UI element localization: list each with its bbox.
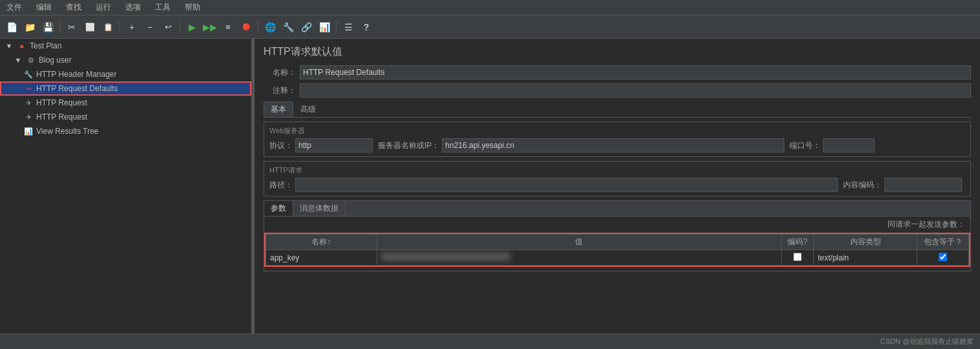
params-tab-params[interactable]: 参数	[264, 201, 293, 216]
sidebar: ▼ 🔺 Test Plan ▼ ⚙ Blog user 🔧 HTTP Heade…	[0, 39, 252, 349]
play-button[interactable]: ▶	[184, 19, 200, 35]
web-server-fields: 协议： 服务器名称或IP： 端口号：	[269, 138, 965, 153]
http-request-fields: 路径： 内容编码：	[269, 178, 965, 192]
main-layout: ▼ 🔺 Test Plan ▼ ⚙ Blog user 🔧 HTTP Heade…	[0, 39, 980, 349]
browse-button[interactable]: 🌐	[262, 19, 278, 35]
footer-text: CSDN @别追我我有止咳糖浆	[881, 337, 974, 346]
config-button[interactable]: 🔧	[280, 19, 296, 35]
paste-button[interactable]: 📋	[100, 19, 116, 35]
params-table-wrapper: 名称↑ 值 编码? 内容类型 包含等于？ app_key	[264, 233, 970, 267]
templates-button[interactable]: ☰	[340, 19, 356, 35]
server-group: 服务器名称或IP：	[378, 138, 784, 153]
help-button[interactable]: ?	[359, 19, 374, 35]
param-include-equals-cell[interactable]	[917, 250, 969, 266]
sidebar-item-blog-user[interactable]: ▼ ⚙ Blog user	[0, 53, 251, 67]
port-input[interactable]	[823, 138, 875, 153]
shutdown-button[interactable]: 🔴	[238, 19, 254, 35]
menubar: 文件 编辑 查找 运行 选项 工具 帮助	[0, 0, 980, 16]
encoded-checkbox[interactable]	[793, 253, 802, 261]
undo-button[interactable]: ↩	[160, 19, 176, 35]
http-request-defaults-icon: ✂	[23, 83, 34, 94]
content-panel: HTTP请求默认值 名称： 注释： 基本 高级 Web服务器 协议：	[255, 39, 980, 349]
sidebar-item-http-request-defaults[interactable]: ✂ HTTP Request Defaults	[0, 81, 251, 96]
param-content-type-cell[interactable]: text/plain	[814, 250, 917, 266]
menu-edit[interactable]: 编辑	[34, 1, 54, 14]
sidebar-item-label: Blog user	[39, 56, 72, 65]
http-request-title: HTTP请求	[269, 165, 965, 175]
param-encoded-cell[interactable]	[782, 250, 814, 266]
params-tab-body[interactable]: 消息体数据	[293, 201, 346, 216]
path-label: 路径：	[269, 180, 293, 191]
name-input[interactable]	[300, 65, 971, 79]
toolbar-sep-2	[120, 21, 120, 34]
comment-label: 注释：	[264, 85, 296, 96]
server-label: 服务器名称或IP：	[378, 140, 439, 151]
sidebar-item-test-plan[interactable]: ▼ 🔺 Test Plan	[0, 39, 251, 53]
http-request-section: HTTP请求 路径： 内容编码：	[264, 161, 971, 196]
path-input[interactable]	[295, 178, 838, 192]
page-title: HTTP请求默认值	[264, 45, 971, 59]
name-label: 名称：	[264, 67, 296, 78]
web-server-section: Web服务器 协议： 服务器名称或IP： 端口号：	[264, 122, 971, 157]
tab-basic[interactable]: 基本	[264, 101, 293, 117]
menu-find[interactable]: 查找	[63, 1, 84, 14]
menu-tools[interactable]: 工具	[152, 1, 173, 14]
http-request-2-icon: ✈	[23, 112, 34, 122]
main-tabs: 基本 高级	[264, 101, 971, 118]
tab-advanced[interactable]: 高级	[293, 101, 323, 117]
toolbar-sep-3	[180, 21, 180, 34]
toolbar-sep-4	[258, 21, 258, 34]
blog-user-icon: ⚙	[26, 55, 36, 65]
toolbar-sep-5	[336, 21, 337, 34]
table-row: app_key text/plain	[266, 250, 969, 266]
params-section: 参数 消息体数据 同请求一起发送参数： 名称↑ 值 编码? 内容类型 包含等于？	[264, 200, 971, 271]
col-value: 值	[377, 235, 781, 250]
sidebar-item-label: HTTP Request	[36, 98, 87, 107]
test-plan-icon: 🔺	[17, 41, 27, 51]
sidebar-item-http-header-manager[interactable]: 🔧 HTTP Header Manager	[0, 67, 251, 81]
comment-row: 注释：	[264, 83, 971, 98]
sidebar-item-label: HTTP Request	[36, 112, 87, 122]
col-name: 名称↑	[266, 235, 377, 250]
monitor-button[interactable]: 📊	[317, 19, 332, 35]
params-send-row: 同请求一起发送参数：	[264, 217, 970, 233]
server-input[interactable]	[442, 138, 784, 153]
protocol-input[interactable]	[295, 138, 373, 153]
include-equals-checkbox[interactable]	[939, 253, 947, 261]
encoding-label: 内容编码：	[843, 180, 882, 191]
view-results-tree-icon: 📊	[23, 126, 34, 136]
copy-button[interactable]: ⬜	[82, 19, 98, 35]
add-button[interactable]: +	[124, 19, 140, 35]
toolbar: 📄 📁 💾 ✂ ⬜ 📋 + − ↩ ▶ ▶▶ ⏹ 🔴 🌐 🔧 🔗 📊 ☰ ?	[0, 16, 980, 39]
menu-options[interactable]: 选项	[123, 1, 143, 14]
stop-button[interactable]: ⏹	[220, 19, 236, 35]
protocol-group: 协议：	[269, 138, 373, 153]
params-table-body: app_key text/plain	[266, 250, 969, 266]
port-label: 端口号：	[789, 140, 820, 151]
send-params-label: 同请求一起发送参数：	[888, 219, 965, 230]
http-request-1-icon: ✈	[23, 98, 34, 108]
save-button[interactable]: 💾	[40, 19, 56, 35]
menu-run[interactable]: 运行	[93, 1, 114, 14]
sidebar-item-http-request-1[interactable]: ✈ HTTP Request	[0, 96, 251, 110]
menu-file[interactable]: 文件	[4, 1, 25, 14]
new-button[interactable]: 📄	[4, 19, 19, 35]
params-tabs: 参数 消息体数据	[264, 201, 970, 217]
step-button[interactable]: ▶▶	[202, 19, 218, 35]
comment-input[interactable]	[300, 83, 971, 98]
sidebar-item-label: HTTP Header Manager	[36, 70, 117, 79]
sidebar-item-label: View Results Tree	[36, 127, 99, 136]
function-button[interactable]: 🔗	[298, 19, 314, 35]
encoding-input[interactable]	[884, 178, 962, 192]
sidebar-item-view-results-tree[interactable]: 📊 View Results Tree	[0, 124, 251, 138]
param-value-cell[interactable]	[377, 250, 781, 266]
encoding-group: 内容编码：	[843, 178, 962, 192]
cut-button[interactable]: ✂	[64, 19, 79, 35]
web-server-title: Web服务器	[269, 126, 965, 136]
open-button[interactable]: 📁	[22, 19, 37, 35]
param-name-cell[interactable]: app_key	[266, 250, 377, 266]
param-value-blurred	[381, 252, 510, 261]
sidebar-item-http-request-2[interactable]: ✈ HTTP Request	[0, 110, 251, 124]
menu-help[interactable]: 帮助	[182, 1, 203, 14]
remove-button[interactable]: −	[142, 19, 158, 35]
